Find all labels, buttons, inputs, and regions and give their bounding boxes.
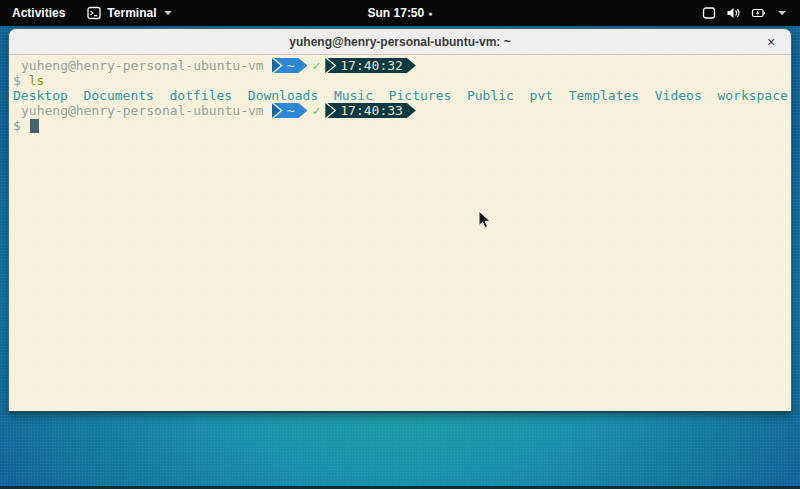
activities-button[interactable]: Activities [0,0,77,26]
prompt-user: yuheng@henry-personal-ubuntu-vm [21,58,264,73]
command-text: ls [29,73,45,88]
prompt-time-segment: 17:40:32 [327,58,416,73]
volume-icon [726,6,741,20]
clock-button[interactable]: Sun 17:50 ● [368,0,433,26]
notification-dot-icon: ● [428,10,432,17]
window-title: yuheng@henry-personal-ubuntu-vm: ~ [289,35,510,49]
window-titlebar[interactable]: yuheng@henry-personal-ubuntu-vm: ~ × [9,29,791,55]
prompt-dollar: $ [13,73,21,88]
screen-icon [702,6,716,20]
app-menu-label: Terminal [107,6,156,20]
terminal-content[interactable]: yuheng@henry-personal-ubuntu-vm ~ ✓ 17:4… [9,55,791,411]
top-bar: Activities Terminal Sun 17:50 ● [0,0,800,26]
terminal-icon [87,6,101,20]
command-line: $ ls [13,73,789,88]
app-menu-terminal[interactable]: Terminal [77,0,182,26]
ls-output: Desktop Documents dotfiles Downloads Mus… [13,88,788,103]
desktop: Activities Terminal Sun 17:50 ● [0,0,800,489]
close-button[interactable]: × [761,29,781,55]
terminal-cursor [30,119,39,133]
terminal-window: yuheng@henry-personal-ubuntu-vm: ~ × yuh… [8,28,792,413]
cursor-line: $ [13,118,789,133]
clock-label: Sun 17:50 [368,6,425,20]
chevron-down-icon [164,11,172,15]
ls-output-line: Desktop Documents dotfiles Downloads Mus… [13,88,789,103]
check-icon: ✓ [312,58,320,73]
system-tray[interactable] [694,0,794,26]
battery-charging-icon [751,6,766,20]
prompt-line-1: yuheng@henry-personal-ubuntu-vm ~ ✓ 17:4… [13,58,789,73]
check-icon: ✓ [312,103,320,118]
prompt-user: yuheng@henry-personal-ubuntu-vm [21,103,264,118]
prompt-dollar: $ [13,118,21,133]
prompt-line-2: yuheng@henry-personal-ubuntu-vm ~ ✓ 17:4… [13,103,789,118]
chevron-down-icon [778,11,786,15]
prompt-time-segment: 17:40:33 [327,103,416,118]
